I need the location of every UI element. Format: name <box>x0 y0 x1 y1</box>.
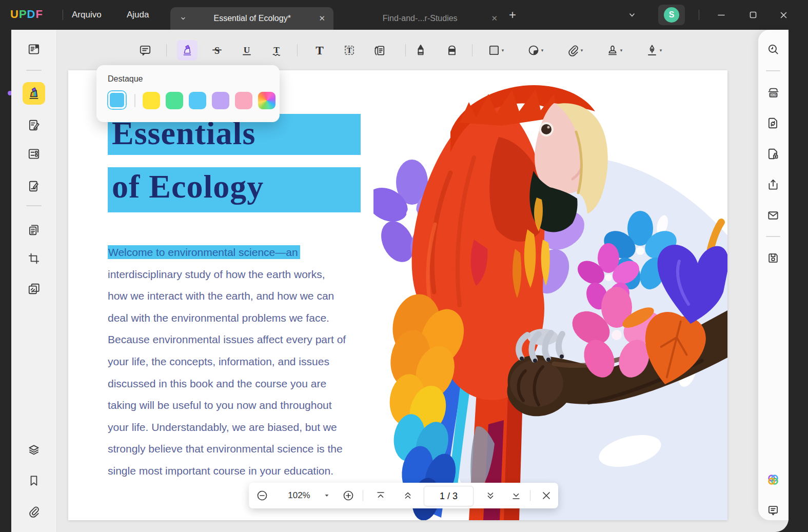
divider <box>472 44 472 56</box>
panel-item-share[interactable] <box>763 174 783 195</box>
previous-page-button[interactable] <box>402 489 414 502</box>
sidebar-item-annotate[interactable] <box>23 82 45 105</box>
highlight-icon <box>181 44 194 57</box>
swatch-purple[interactable] <box>212 92 229 109</box>
tool-callout[interactable] <box>369 40 389 61</box>
tool-strikethrough[interactable]: S <box>207 40 227 61</box>
divider <box>363 490 363 501</box>
chevron-down-icon: ▾ <box>502 48 504 53</box>
sidebar-item-edit[interactable] <box>23 114 45 136</box>
panel-item-feedback[interactable] <box>763 500 783 521</box>
tool-shape[interactable]: ▾ <box>481 40 510 61</box>
tab-essential-of-ecology[interactable]: Essential of Ecology* ✕ <box>170 7 333 30</box>
first-page-button[interactable] <box>375 489 387 502</box>
panel-item-email[interactable] <box>763 205 783 226</box>
swatch-selected[interactable] <box>107 90 127 110</box>
sidebar-item-forms[interactable] <box>23 143 45 165</box>
swatch-yellow[interactable] <box>143 92 160 109</box>
stamp-icon <box>606 44 619 57</box>
divider <box>26 205 42 206</box>
swatch-cyan[interactable] <box>189 92 206 109</box>
tool-text-box[interactable]: T <box>339 40 360 61</box>
panel-item-search[interactable] <box>763 39 783 60</box>
swatch-custom-rainbow[interactable] <box>258 92 275 109</box>
tab-find-and-studies[interactable]: Find-and-...r-Studies ✕ <box>349 7 503 30</box>
tool-eraser[interactable] <box>442 40 462 61</box>
tab-close-icon[interactable]: ✕ <box>319 14 325 23</box>
tool-highlight[interactable] <box>177 40 198 61</box>
tool-pencil[interactable] <box>410 40 431 61</box>
paragraph-line: taking will be useful to you now and thr… <box>108 395 364 417</box>
reader-icon <box>27 43 41 56</box>
sidebar-item-sign[interactable] <box>23 175 45 198</box>
panel-item-ocr[interactable]: OCR <box>763 82 783 103</box>
updf-logo: UPDF <box>10 8 43 21</box>
sidebar-item-bookmarks[interactable] <box>23 469 45 492</box>
zoom-in-button[interactable] <box>342 489 354 502</box>
tool-signature[interactable]: ▾ <box>639 40 668 61</box>
panel-item-convert[interactable] <box>763 113 783 133</box>
tool-attachment[interactable]: ▾ <box>560 40 589 61</box>
sidebar-item-attachments[interactable] <box>23 500 45 523</box>
tab-close-icon[interactable]: ✕ <box>491 14 498 23</box>
account-button[interactable]: S <box>658 5 685 25</box>
sidebar-item-reader[interactable] <box>23 38 45 61</box>
next-page-button[interactable] <box>484 489 497 502</box>
swatch-pink[interactable] <box>235 92 252 109</box>
title-bar: UPDF Arquivo Ajuda Essential of Ecology*… <box>0 0 808 30</box>
divider <box>134 94 135 107</box>
tab-chevron-down-icon[interactable] <box>181 14 186 23</box>
tool-text[interactable]: T <box>309 40 330 61</box>
menu-ajuda[interactable]: Ajuda <box>127 0 149 30</box>
right-sidebar <box>758 30 789 520</box>
tool-stamp[interactable]: ▾ <box>600 40 628 61</box>
tool-underline[interactable]: U <box>237 40 257 61</box>
sidebar-item-organize-pages[interactable] <box>23 219 45 241</box>
highlighted-text[interactable]: Welcome to environmental science—an <box>108 245 300 259</box>
close-navigation-button[interactable] <box>540 489 553 502</box>
close-button[interactable] <box>776 9 791 21</box>
chevron-down-icon: ▾ <box>541 48 544 53</box>
new-tab-button[interactable]: + <box>509 0 516 30</box>
maximize-button[interactable] <box>746 9 760 21</box>
sticker-icon <box>527 44 540 57</box>
divider <box>699 10 699 20</box>
panel-item-save[interactable] <box>763 248 783 268</box>
pdf-page[interactable]: Essentials of Ecology Welcome to environ… <box>68 70 727 520</box>
paragraph-line: discussed in this book and the course yo… <box>108 373 364 395</box>
tool-squiggly-underline[interactable]: T <box>266 40 287 61</box>
envelope-icon <box>766 209 780 222</box>
sidebar-item-crop[interactable] <box>23 247 45 270</box>
logo-letter: P <box>19 8 27 21</box>
edit-page-icon <box>27 119 41 132</box>
divider <box>530 490 530 501</box>
sign-page-icon <box>27 180 41 193</box>
panel-item-protect[interactable] <box>763 144 783 164</box>
zoom-out-button[interactable] <box>256 489 268 502</box>
tool-comment[interactable] <box>135 40 155 61</box>
tool-sticker[interactable]: ▾ <box>521 40 549 61</box>
divider <box>166 44 167 56</box>
minimize-button[interactable] <box>714 9 728 21</box>
swatch-green[interactable] <box>166 92 183 109</box>
logo-letter: F <box>35 8 43 21</box>
avatar: S <box>664 7 679 23</box>
swatch-ring <box>108 91 126 109</box>
paragraph-line: deal with the environmental problems we … <box>108 307 364 329</box>
zoom-level[interactable]: 102% <box>283 483 316 508</box>
document-paragraph: Welcome to environmental science—an inte… <box>108 242 364 482</box>
sidebar-item-watermark[interactable] <box>23 278 45 300</box>
chevron-down-icon: ▾ <box>581 48 583 53</box>
page-indicator[interactable]: 1 / 3 <box>424 486 474 506</box>
panel-item-updf-ai[interactable] <box>763 469 783 490</box>
sidebar-item-layers[interactable] <box>23 439 45 461</box>
menu-arquivo[interactable]: Arquivo <box>72 0 102 30</box>
bookmark-icon <box>27 474 41 487</box>
zoom-chevron-down-icon[interactable] <box>321 489 333 502</box>
svg-text:S: S <box>214 46 220 56</box>
page-navigation-bar: 102% 1 / 3 <box>249 483 558 508</box>
last-page-button[interactable] <box>510 489 522 502</box>
tabs-chevron-down-icon[interactable] <box>626 9 638 21</box>
document-title-line2: of Ecology <box>108 167 361 212</box>
crop-icon <box>27 252 41 265</box>
